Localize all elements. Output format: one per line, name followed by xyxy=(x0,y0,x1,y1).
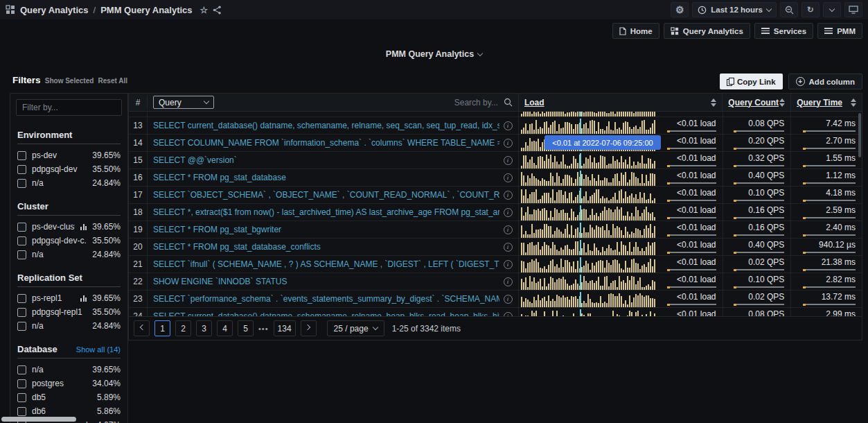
filter-item-label[interactable]: ps-dev xyxy=(32,150,87,160)
filter-search-box[interactable] xyxy=(16,99,122,116)
load-sparkline[interactable] xyxy=(519,112,657,116)
checkbox[interactable] xyxy=(17,365,26,374)
filter-input[interactable] xyxy=(22,103,130,112)
page-button-2[interactable]: 2 xyxy=(175,320,191,336)
query-link[interactable]: SELECT * FROM pg_stat_database xyxy=(153,173,499,182)
share-icon[interactable] xyxy=(213,6,222,15)
filter-item-label[interactable]: postgres xyxy=(32,379,87,388)
checkbox[interactable] xyxy=(17,179,26,188)
show-selected-link[interactable]: Show Selected xyxy=(45,77,94,85)
nav-button-services[interactable]: Services xyxy=(754,23,813,39)
checkbox[interactable] xyxy=(17,151,26,160)
filter-item-label[interactable]: n/a xyxy=(32,365,87,374)
filter-item-label[interactable]: ps-dev-cluster xyxy=(32,222,75,232)
bar-chart-icon[interactable] xyxy=(80,223,87,230)
reset-all-link[interactable]: Reset All xyxy=(98,77,127,85)
load-sparkline[interactable] xyxy=(519,292,657,307)
load-sparkline[interactable] xyxy=(519,223,657,238)
load-sort-label[interactable]: Load xyxy=(524,98,544,107)
filter-item-label[interactable]: db6 xyxy=(32,406,91,416)
load-sparkline[interactable] xyxy=(519,188,657,203)
page-button-3[interactable]: 3 xyxy=(196,320,212,336)
sort-icon[interactable] xyxy=(779,98,785,107)
load-sparkline[interactable] xyxy=(519,257,657,273)
query-link[interactable]: SELECT current_database() datname, schem… xyxy=(153,311,499,316)
load-sparkline[interactable] xyxy=(519,240,657,255)
nav-button-pmm[interactable]: PMM xyxy=(817,23,862,39)
search-input[interactable] xyxy=(394,98,498,107)
vertical-scrollbar-thumb[interactable] xyxy=(858,113,861,157)
info-icon[interactable]: i xyxy=(504,312,513,317)
copy-link-button[interactable]: Copy Link xyxy=(720,74,783,89)
load-sparkline[interactable] xyxy=(519,119,657,134)
query-link[interactable]: SELECT current_database() datname, schem… xyxy=(153,121,499,130)
info-icon[interactable]: i xyxy=(504,295,513,304)
query-link[interactable]: SELECT * FROM pg_stat_database_conflicts xyxy=(153,242,499,252)
query-link[interactable]: SELECT COLUMN_NAME FROM `information_sch… xyxy=(153,138,499,148)
info-icon[interactable]: i xyxy=(504,139,513,148)
filter-item-label[interactable]: pdpgsql-repl1 xyxy=(32,307,87,317)
query-link[interactable]: SELECT `ifnull` ( SCHEMA_NAME , ? ) AS S… xyxy=(153,259,499,269)
filter-item-label[interactable]: pdpgsql-dev xyxy=(32,164,87,174)
dashboard-settings-button[interactable]: ⚙ xyxy=(671,2,689,17)
filter-item-label[interactable]: n/a xyxy=(32,178,87,188)
breadcrumb-section[interactable]: Query Analytics xyxy=(20,5,89,15)
bar-chart-icon[interactable] xyxy=(80,295,87,302)
info-icon[interactable]: i xyxy=(504,121,513,130)
prev-page-button[interactable] xyxy=(134,320,150,336)
star-icon[interactable]: ☆ xyxy=(200,5,209,15)
query-link[interactable]: SELECT *, extract($1 from now() - last_a… xyxy=(153,207,499,217)
page-button-5[interactable]: 5 xyxy=(238,320,254,336)
last-page-button[interactable]: 134 xyxy=(274,320,296,336)
load-sparkline[interactable] xyxy=(519,205,657,221)
checkbox[interactable] xyxy=(17,165,26,174)
checkbox[interactable] xyxy=(17,407,26,416)
filter-item-label[interactable]: n/a xyxy=(32,250,87,259)
horizontal-scrollbar-thumb[interactable] xyxy=(1,417,76,422)
add-column-button[interactable]: + Add column xyxy=(788,74,862,89)
panel-collapse-toggle[interactable]: PMM Query Analytics xyxy=(386,49,482,59)
sort-icon[interactable] xyxy=(711,98,716,107)
info-icon[interactable]: i xyxy=(504,243,513,252)
query-link[interactable]: SELECT @@`version` xyxy=(153,155,499,165)
checkbox[interactable] xyxy=(17,294,26,303)
load-sparkline[interactable] xyxy=(519,171,657,186)
nav-button-query-analytics[interactable]: Query Analytics xyxy=(664,23,750,39)
query-link[interactable]: SELECT `performance_schema` . `events_st… xyxy=(153,294,499,304)
page-button-1[interactable]: 1 xyxy=(154,320,170,336)
nav-button-home[interactable]: Home xyxy=(612,23,659,39)
info-icon[interactable]: i xyxy=(504,191,513,200)
filter-item-label[interactable]: db5 xyxy=(32,392,91,402)
info-icon[interactable]: i xyxy=(504,277,513,286)
time-range-picker[interactable]: Last 12 hours xyxy=(692,2,777,17)
checkbox[interactable] xyxy=(17,322,26,331)
zoom-out-button[interactable] xyxy=(780,2,798,17)
query-link[interactable]: SELECT * FROM pg_stat_bgwriter xyxy=(153,225,499,234)
info-icon[interactable]: i xyxy=(504,173,513,182)
load-sparkline[interactable] xyxy=(519,275,657,290)
page-size-select[interactable]: 25 / page xyxy=(327,320,384,336)
load-sparkline[interactable] xyxy=(519,153,657,169)
checkbox[interactable] xyxy=(17,236,26,245)
checkbox[interactable] xyxy=(17,223,26,232)
checkbox[interactable] xyxy=(17,393,26,402)
query-count-sort-label[interactable]: Query Count xyxy=(728,98,779,107)
filter-item-label[interactable]: ps-repl1 xyxy=(32,293,75,303)
cycle-view-mode-button[interactable] xyxy=(844,2,862,17)
next-page-button[interactable] xyxy=(301,320,317,336)
info-icon[interactable]: i xyxy=(504,225,513,234)
filter-item-label[interactable]: n/a xyxy=(32,321,87,331)
info-icon[interactable]: i xyxy=(504,208,513,217)
checkbox[interactable] xyxy=(17,379,26,388)
query-time-sort-label[interactable]: Query Time xyxy=(797,98,842,107)
info-icon[interactable]: i xyxy=(504,260,513,269)
info-icon[interactable]: i xyxy=(504,156,513,165)
filter-item-label[interactable]: pdpgsql-dev-c... xyxy=(32,236,87,245)
refresh-interval-dropdown[interactable] xyxy=(823,2,841,17)
dimension-select[interactable]: Query xyxy=(153,96,214,109)
sort-icon[interactable] xyxy=(851,98,856,107)
show-all-link[interactable]: Show all (14) xyxy=(76,345,121,354)
refresh-button[interactable]: ↻ xyxy=(801,2,820,17)
page-button-4[interactable]: 4 xyxy=(217,320,233,336)
query-link[interactable]: SHOW ENGINE `INNODB` STATUS xyxy=(153,277,499,286)
